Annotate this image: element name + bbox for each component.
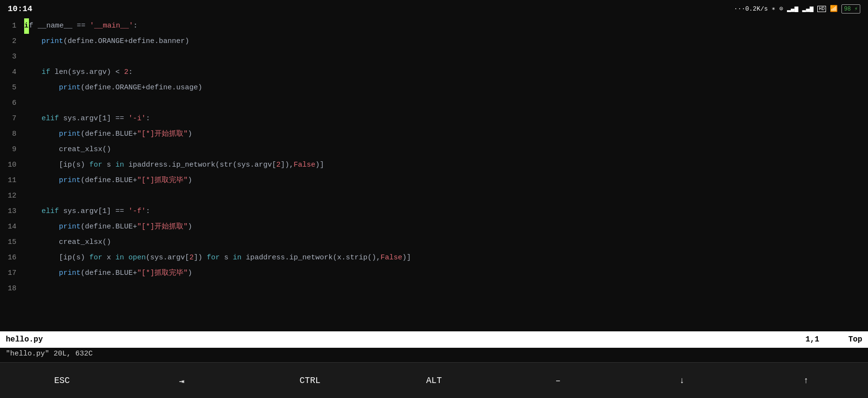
code-line-15: 15 creat_xlsx() bbox=[0, 235, 868, 250]
code-line-17: 17 print(define.BLUE+"[*]抓取完毕") bbox=[0, 266, 868, 281]
signal-icon: ▂▄▆ bbox=[787, 5, 798, 13]
keyboard-bar: ESC ⇥ CTRL ALT – ↓ ↑ bbox=[0, 362, 868, 398]
key-ctrl[interactable]: CTRL bbox=[248, 363, 372, 398]
status-indicators: ···0.2K/s ∗ ⊙ ▂▄▆ ▂▄▆ HD 📶 98 ⚡ bbox=[734, 4, 860, 14]
code-line-10: 10 [ip(s) for s in ipaddress.ip_network(… bbox=[0, 157, 868, 173]
battery-icon: 98 ⚡ bbox=[841, 4, 860, 14]
cursor: i bbox=[24, 18, 29, 34]
hd-icon: HD bbox=[817, 6, 826, 12]
status-bar: 10:14 ···0.2K/s ∗ ⊙ ▂▄▆ ▂▄▆ HD 📶 98 ⚡ bbox=[0, 0, 868, 17]
code-line-11: 11 print(define.BLUE+"[*]抓取完毕") bbox=[0, 173, 868, 188]
vim-position: 1,1 Top bbox=[805, 335, 862, 344]
code-line-9: 9 creat_xlsx() bbox=[0, 142, 868, 157]
network-speed: ···0.2K/s bbox=[734, 5, 768, 13]
code-line-7: 7 elif sys.argv[1] == '-i': bbox=[0, 111, 868, 127]
vim-file-info: "hello.py" 20L, 632C bbox=[6, 350, 93, 358]
clock: 10:14 bbox=[8, 4, 32, 14]
key-esc[interactable]: ESC bbox=[0, 363, 124, 398]
svg-text:⇥: ⇥ bbox=[179, 377, 184, 386]
code-line-8: 8 print(define.BLUE+"[*]开始抓取") bbox=[0, 127, 868, 142]
wifi-icon: 📶 bbox=[830, 5, 838, 13]
code-line-6: 6 bbox=[0, 96, 868, 111]
code-line-14: 14 print(define.BLUE+"[*]开始抓取") bbox=[0, 219, 868, 235]
clock-icon: ⊙ bbox=[779, 5, 783, 13]
code-line-3: 3 bbox=[0, 49, 868, 65]
key-tab[interactable]: ⇥ bbox=[124, 363, 248, 398]
vim-scroll-pos: Top bbox=[848, 335, 862, 344]
code-line-1: 1 if __name__ == '__main__': bbox=[0, 18, 868, 34]
key-down-arrow[interactable]: ↓ bbox=[620, 363, 744, 398]
code-line-2: 2 print(define.ORANGE+define.banner) bbox=[0, 34, 868, 49]
vim-status-line: hello.py 1,1 Top bbox=[0, 331, 868, 348]
key-alt[interactable]: ALT bbox=[372, 363, 496, 398]
code-line-5: 5 print(define.ORANGE+define.usage) bbox=[0, 80, 868, 96]
code-line-13: 13 elif sys.argv[1] == '-f': bbox=[0, 204, 868, 219]
code-editor: 1 if __name__ == '__main__': 2 print(def… bbox=[0, 17, 868, 331]
code-line-16: 16 [ip(s) for x in open(sys.argv[2]) for… bbox=[0, 250, 868, 266]
bluetooth-icon: ∗ bbox=[772, 5, 776, 13]
vim-line-col: 1,1 bbox=[805, 335, 819, 344]
signal2-icon: ▂▄▆ bbox=[802, 5, 813, 13]
code-line-12: 12 bbox=[0, 188, 868, 204]
key-up-arrow[interactable]: ↑ bbox=[744, 363, 868, 398]
key-dash[interactable]: – bbox=[496, 363, 620, 398]
code-line-18: 18 bbox=[0, 281, 868, 297]
vim-filename: hello.py bbox=[6, 335, 43, 344]
code-line-4: 4 if len(sys.argv) < 2: bbox=[0, 65, 868, 80]
vim-message-line: "hello.py" 20L, 632C bbox=[0, 348, 868, 362]
